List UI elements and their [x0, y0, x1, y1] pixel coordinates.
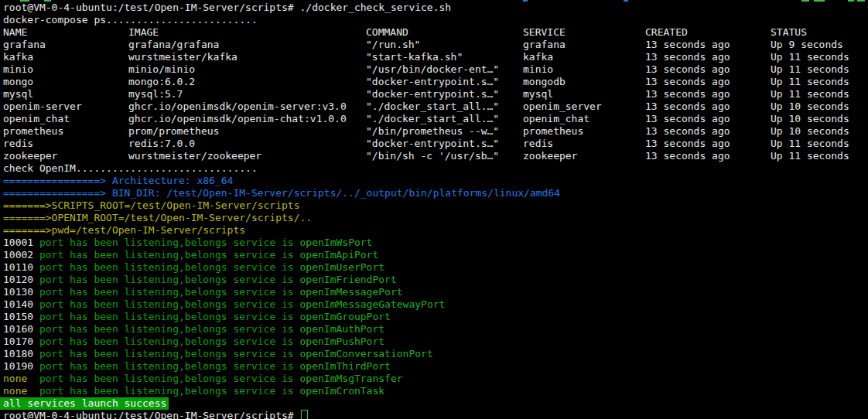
cell-service: openim_server [523, 100, 602, 113]
terminal-window[interactable]: root@VM-0-4-ubuntu:/test/Open-IM-Server/… [0, 0, 868, 419]
port-message: port has been listening,belongs service … [39, 336, 300, 347]
header-name: NAME [3, 26, 27, 39]
port-number: 10002 [3, 249, 39, 261]
cell-service: openim_chat [523, 113, 589, 125]
port-message: port has been listening,belongs service … [39, 385, 300, 397]
port-service-name: openImUserPort [300, 261, 385, 273]
port-service-name: openImGroupPort [300, 311, 391, 322]
port-service-name: openImAuthPort [300, 323, 385, 335]
port-check-line: 10130 port has been listening,belongs se… [0, 286, 868, 298]
cell-created: 13 seconds ago [645, 100, 730, 113]
prompt-line-1: root@VM-0-4-ubuntu:/test/Open-IM-Server/… [0, 2, 868, 14]
container-row: mongomongo:6.0.2"docker-entrypoint.s…"mo… [0, 76, 868, 88]
cell-image: wurstmeister/zookeeper [128, 150, 261, 162]
port-check-line: 10110 port has been listening,belongs se… [0, 261, 868, 274]
success-line: all services launch success [0, 397, 868, 410]
cell-command: "docker-entrypoint.s…" [366, 88, 499, 100]
openim-root-text: =======>OPENIM_ROOT=/test/Open-IM-Server… [3, 212, 312, 223]
cell-status: Up 10 seconds [771, 125, 849, 138]
cell-image: mysql:5.7 [128, 88, 183, 100]
cell-image: ghcr.io/openimsdk/openim-chat:v1.0.0 [128, 113, 347, 125]
header-status: STATUS [771, 26, 807, 39]
cell-command: "/bin/sh -c '/usr/sb…" [366, 150, 499, 162]
pwd-line: =======>pwd=/test/Open-IM-Server/scripts [0, 224, 868, 237]
cell-command: "./docker_start_all.…" [366, 100, 499, 113]
cell-image: mongo:6.0.2 [128, 76, 195, 88]
port-number: 10140 [3, 298, 39, 310]
cell-status: Up 11 seconds [771, 76, 849, 88]
docker-compose-status-line: docker-compose ps.......................… [0, 14, 868, 26]
cell-name: openim_chat [3, 113, 70, 125]
cell-name: mongo [3, 76, 33, 88]
container-row: openim_chatghcr.io/openimsdk/openim-chat… [0, 113, 868, 125]
port-service-name: openImApiPort [300, 249, 379, 261]
cell-created: 13 seconds ago [645, 39, 730, 51]
success-badge: all services launch success [0, 397, 169, 410]
cell-name: openim-server [3, 100, 82, 113]
cell-service: grafana [523, 39, 566, 51]
cell-status: Up 10 seconds [771, 113, 849, 125]
port-check-line: 10140 port has been listening,belongs se… [0, 298, 868, 311]
prompt-command-text: root@VM-0-4-ubuntu:/test/Open-IM-Server/… [3, 2, 451, 13]
cell-status: Up 11 seconds [771, 51, 849, 63]
port-check-line: 10170 port has been listening,belongs se… [0, 336, 868, 348]
cell-created: 13 seconds ago [645, 51, 730, 63]
port-number: 10190 [3, 360, 39, 372]
cell-service: mongodb [523, 76, 566, 88]
container-row: openim-serverghcr.io/openimsdk/openim-se… [0, 100, 868, 113]
port-number: 10110 [3, 261, 39, 273]
cell-status: Up 11 seconds [771, 88, 849, 100]
port-service-name: openImMessagePort [300, 286, 403, 298]
port-check-line: 10150 port has been listening,belongs se… [0, 311, 868, 323]
port-check-lines: 10001 port has been listening,belongs se… [0, 237, 868, 397]
container-row: prometheusprom/prometheus"/bin/prometheu… [0, 125, 868, 138]
port-check-line: none port has been listening,belongs ser… [0, 385, 868, 397]
port-service-name: openImMessageGatewayPort [300, 298, 446, 310]
port-message: port has been listening,belongs service … [39, 348, 300, 359]
port-message: port has been listening,belongs service … [39, 261, 300, 273]
port-message: port has been listening,belongs service … [39, 286, 300, 298]
container-row: grafanagrafana/grafana"/run.sh"grafana13… [0, 39, 868, 51]
cell-created: 13 seconds ago [645, 76, 730, 88]
cell-image: ghcr.io/openimsdk/openim-server:v3.0 [128, 100, 347, 113]
terminal-cursor[interactable] [301, 410, 308, 419]
cell-service: prometheus [523, 125, 583, 138]
cell-name: minio [3, 63, 33, 76]
cell-name: redis [3, 138, 33, 150]
port-service-name: openImWsPort [300, 237, 373, 248]
bin-dir-text: ================> BIN_DIR: /test/Open-IM… [3, 187, 560, 199]
port-number: none [3, 373, 39, 384]
cell-name: kafka [3, 51, 33, 63]
cell-image: prom/prometheus [128, 125, 219, 138]
cell-command: "/usr/bin/docker-ent…" [366, 63, 499, 76]
cell-status: Up 11 seconds [771, 138, 849, 150]
port-check-line: 10002 port has been listening,belongs se… [0, 249, 868, 261]
scripts-root-text: =======>SCRIPTS_ROOT=/test/Open-IM-Serve… [3, 199, 300, 211]
cell-created: 13 seconds ago [645, 88, 730, 100]
cell-service: kafka [523, 51, 553, 63]
ps-table-rows: grafanagrafana/grafana"/run.sh"grafana13… [0, 39, 868, 162]
port-number: none [3, 385, 39, 397]
architecture-line: ================> Architecture: x86_64 [0, 175, 868, 187]
cell-service: minio [523, 63, 553, 76]
openim-root-line: =======>OPENIM_ROOT=/test/Open-IM-Server… [0, 212, 868, 224]
architecture-text: ================> Architecture: x86_64 [3, 175, 233, 186]
port-message: port has been listening,belongs service … [39, 360, 300, 372]
cell-image: minio/minio [128, 63, 195, 76]
cell-name: mysql [3, 88, 33, 100]
cell-name: prometheus [3, 125, 63, 138]
cell-command: "start-kafka.sh" [366, 51, 463, 63]
header-service: SERVICE [523, 26, 566, 39]
port-number: 10120 [3, 274, 39, 285]
port-service-name: openImConversationPort [300, 348, 433, 359]
cell-status: Up 11 seconds [771, 63, 849, 76]
cell-image: redis:7.0.0 [128, 138, 195, 150]
port-message: port has been listening,belongs service … [39, 373, 300, 384]
port-message: port has been listening,belongs service … [39, 237, 300, 248]
port-number: 10001 [3, 237, 39, 248]
cell-created: 13 seconds ago [645, 138, 730, 150]
header-command: COMMAND [366, 26, 408, 39]
port-check-line: 10160 port has been listening,belongs se… [0, 323, 868, 336]
port-message: port has been listening,belongs service … [39, 311, 300, 322]
port-message: port has been listening,belongs service … [39, 323, 300, 335]
